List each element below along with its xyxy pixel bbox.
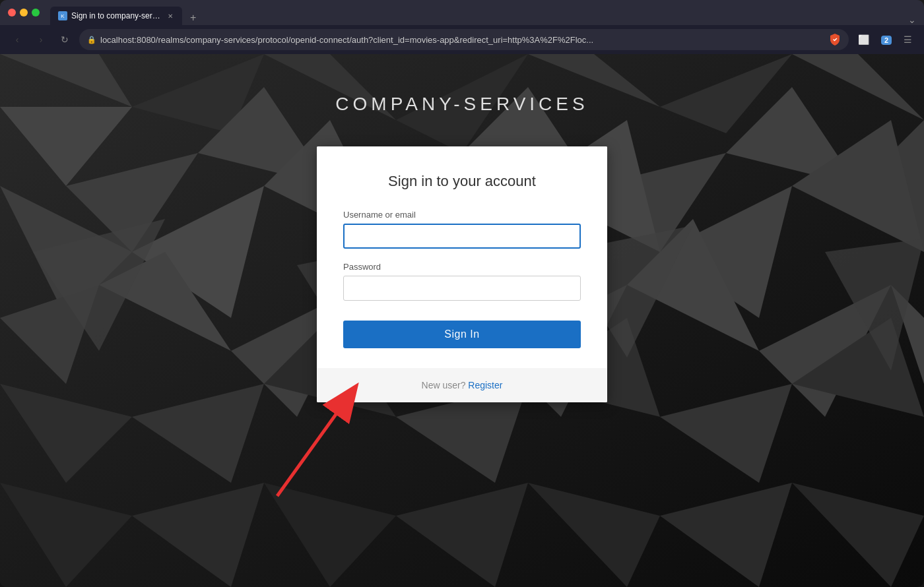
menu-button[interactable]: ☰ (900, 32, 916, 47)
nav-bar: ‹ › ↻ 🔒 localhost:8080/realms/company-se… (0, 25, 924, 54)
forward-button[interactable]: › (32, 30, 50, 49)
register-link[interactable]: Register (468, 380, 502, 390)
new-user-text: New user? (422, 380, 466, 390)
tab-close-button[interactable]: ✕ (166, 11, 174, 20)
card-top: Sign in to your account Username or emai… (317, 146, 607, 368)
tab-favicon: K (58, 11, 67, 20)
tabs-area: K Sign in to company-services ✕ + ⌄ (50, 0, 916, 25)
tab-label: Sign in to company-services (71, 11, 160, 20)
title-bar: K Sign in to company-services ✕ + ⌄ (0, 0, 924, 25)
maximize-traffic-light[interactable] (32, 9, 40, 16)
browser-window: K Sign in to company-services ✕ + ⌄ ‹ › … (0, 0, 924, 587)
brave-shield-icon[interactable] (829, 34, 841, 46)
card-bottom: New user? Register (317, 368, 607, 402)
traffic-lights (8, 9, 40, 16)
username-label: Username or email (343, 210, 581, 220)
active-tab[interactable]: K Sign in to company-services ✕ (50, 7, 182, 25)
username-input[interactable] (343, 224, 581, 249)
close-traffic-light[interactable] (8, 9, 16, 16)
company-name: COMPANY-SERVICES (335, 94, 588, 115)
minimize-traffic-light[interactable] (20, 9, 28, 16)
more-tabs-button[interactable]: ⌄ (908, 15, 916, 25)
sign-in-button[interactable]: Sign In (343, 321, 581, 348)
back-button[interactable]: ‹ (8, 30, 26, 49)
card-title: Sign in to your account (343, 173, 581, 190)
password-label: Password (343, 262, 581, 272)
url-text: localhost:8080/realms/company-services/p… (100, 35, 825, 45)
page-content: COMPANY-SERVICES Sign in to your account… (0, 54, 924, 587)
sidebar-button[interactable]: ⬜ (854, 32, 873, 47)
username-field-group: Username or email (343, 210, 581, 249)
address-bar[interactable]: 🔒 localhost:8080/realms/company-services… (79, 29, 849, 50)
nav-right-buttons: ⬜ 2 ☰ (854, 32, 916, 47)
refresh-button[interactable]: ↻ (55, 30, 74, 49)
password-input[interactable] (343, 276, 581, 301)
profiles-button[interactable]: 2 (877, 32, 896, 47)
profiles-count: 2 (881, 36, 892, 45)
lock-icon: 🔒 (87, 36, 96, 44)
password-field-group: Password (343, 262, 581, 301)
new-tab-button[interactable]: + (186, 11, 200, 25)
login-card: Sign in to your account Username or emai… (317, 146, 607, 402)
